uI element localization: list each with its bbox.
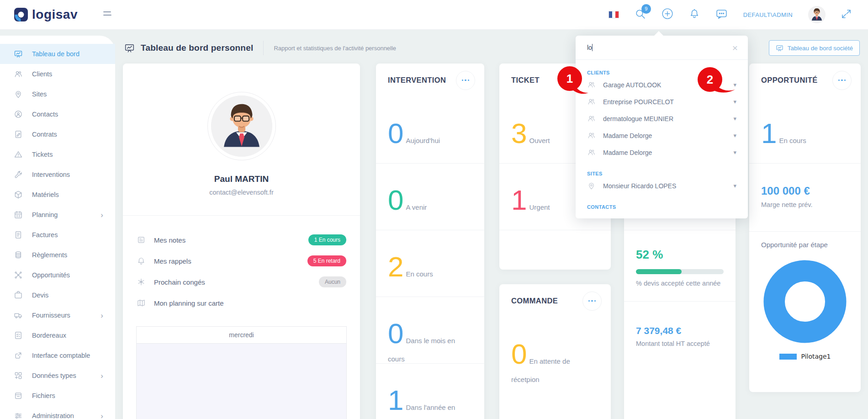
logo-mark-icon: [14, 7, 28, 22]
sidebar-item[interactable]: Fournisseurs ›: [0, 305, 115, 325]
sidebar-item[interactable]: Devis: [0, 285, 115, 305]
chevron-right-icon: ›: [101, 312, 103, 319]
menu-toggle-icon[interactable]: [101, 9, 113, 21]
messages-button[interactable]: [715, 8, 728, 21]
close-icon[interactable]: ×: [732, 43, 738, 53]
sidebar-item-label: Données types: [32, 372, 76, 379]
reglements-icon: [14, 250, 23, 260]
sidebar-item[interactable]: Sites: [0, 84, 115, 104]
search-badge: 9: [641, 4, 651, 14]
chevron-down-icon[interactable]: ▾: [733, 149, 736, 156]
sidebar-item[interactable]: Matériels: [0, 185, 115, 205]
page-title: Tableau de bord personnel: [141, 43, 253, 53]
donnees-types-icon: [14, 371, 23, 380]
stat-block: 0Dans le mois en cours: [376, 297, 484, 364]
language-flag-icon[interactable]: [609, 11, 619, 18]
sidebar-item[interactable]: Bordereaux: [0, 325, 115, 345]
notifications-button[interactable]: [689, 8, 700, 21]
chevron-down-icon[interactable]: ▾: [733, 98, 736, 105]
shortcut-label: Prochain congés: [154, 278, 205, 286]
stat-value: 2: [388, 251, 403, 282]
profile-shortcut-row[interactable]: Mon planning sur carte: [123, 292, 360, 313]
materiels-icon: [14, 190, 23, 199]
sidebar-item-label: Bordereaux: [32, 332, 66, 339]
bordereaux-icon: [14, 331, 23, 340]
search-input[interactable]: lo ×: [576, 36, 748, 60]
legend-label: Pilotage1: [801, 353, 831, 360]
clients-icon: [587, 97, 596, 106]
sidebar-item[interactable]: Factures: [0, 225, 115, 245]
user-avatar[interactable]: [808, 6, 826, 23]
opportunite-amount-block: 100 000 € Marge nette prév.: [749, 164, 861, 232]
sidebar-item-label: Fichiers: [32, 392, 55, 399]
status-badge: 1 En cours: [308, 234, 346, 245]
amount-value: 7 379,48 €: [636, 325, 724, 336]
search-button[interactable]: 9: [635, 8, 646, 21]
opportunite-card: OPPORTUNITÉ 1En cours 100 000 € Marge ne…: [749, 64, 861, 392]
result-label: Madame Delorge: [603, 149, 652, 156]
stat-label: En cours: [779, 137, 806, 144]
sidebar-item[interactable]: Administration ›: [0, 406, 115, 419]
mini-calendar[interactable]: mercredi: [136, 326, 347, 419]
sidebar-item-label: Tableau de bord: [32, 50, 79, 58]
calendar-day-body: [137, 344, 346, 419]
profile-shortcut-row[interactable]: Mes notes 1 En cours: [123, 229, 360, 250]
profile-name: Paul MARTIN: [123, 174, 360, 184]
stat-block: 2En cours: [376, 230, 484, 297]
administration-icon: [14, 411, 23, 419]
contrats-icon: [14, 130, 23, 139]
card-menu-button[interactable]: [456, 71, 475, 90]
card-menu-button[interactable]: [582, 292, 602, 311]
sidebar-item[interactable]: Règlements: [0, 245, 115, 265]
shortcut-label: Mes rappels: [154, 257, 191, 265]
search-result-client[interactable]: Madame Delorge ▾: [576, 127, 748, 144]
chevron-down-icon[interactable]: ▾: [733, 132, 736, 139]
amount-value: 100 000 €: [761, 185, 849, 197]
tickets-icon: [14, 150, 23, 159]
chart-title: Opportunité par étape: [761, 241, 849, 249]
commande-card: COMMANDE 0En attente de récetpion: [499, 284, 611, 419]
company-dashboard-button[interactable]: Tableau de bord société: [769, 40, 860, 56]
fullscreen-button[interactable]: [841, 9, 852, 21]
stat-value: 1: [511, 184, 527, 216]
search-result-site[interactable]: Monsieur Ricardo LOPES ▾: [576, 177, 748, 194]
search-dropdown: lo × CLIENTS Garage AUTOLOOK ▾ Entrepris…: [576, 36, 748, 218]
sidebar: Tableau de bord Clients Sites Contacts C…: [0, 36, 115, 419]
sidebar-item[interactable]: Interventions: [0, 164, 115, 185]
card-menu-button[interactable]: [832, 71, 852, 90]
app-logo[interactable]: logisav: [14, 7, 78, 22]
result-label: Madame Delorge: [603, 132, 652, 139]
sidebar-item[interactable]: Tableau de bord: [0, 44, 115, 64]
sidebar-item[interactable]: Contacts: [0, 104, 115, 124]
devis-icon: [14, 291, 23, 300]
current-user-label[interactable]: DEFAULT\ADMIN: [743, 11, 793, 18]
devis-amount-block: 7 379,48 € Montant total HT accepté: [624, 302, 736, 347]
sites-icon: [587, 181, 596, 190]
sidebar-item[interactable]: Tickets: [0, 144, 115, 164]
sidebar-item[interactable]: Opportunités: [0, 265, 115, 285]
search-result-client[interactable]: dermatologue MEUNIER ▾: [576, 110, 748, 127]
chat-icon: [715, 8, 728, 20]
add-button[interactable]: [662, 8, 673, 21]
search-result-client[interactable]: Madame Delorge ▾: [576, 144, 748, 161]
sidebar-item[interactable]: Interface comptable: [0, 345, 115, 366]
vacation-icon: [137, 277, 146, 286]
chevron-down-icon[interactable]: ▾: [733, 115, 736, 122]
stat-block: 0En attente de récetpion: [499, 318, 611, 384]
sidebar-item[interactable]: Fichiers: [0, 386, 115, 406]
chevron-right-icon: ›: [101, 372, 103, 380]
profile-shortcut-row[interactable]: Mes rappels 5 En retard: [123, 250, 360, 271]
stat-label: Urgent: [529, 203, 550, 211]
result-label: Monsieur Ricardo LOPES: [603, 182, 676, 190]
sidebar-item-label: Matériels: [32, 191, 59, 198]
sidebar-item[interactable]: Planning ›: [0, 205, 115, 225]
sidebar-item[interactable]: Données types ›: [0, 366, 115, 386]
profile-shortcut-row[interactable]: Prochain congés Aucun: [123, 271, 360, 292]
sidebar-item[interactable]: Contrats: [0, 124, 115, 144]
company-dashboard-label: Tableau de bord société: [788, 45, 853, 52]
sidebar-item[interactable]: Clients: [0, 64, 115, 84]
opportunite-stats: 1En cours: [749, 97, 861, 164]
chevron-right-icon: ›: [101, 211, 103, 219]
chevron-down-icon[interactable]: ▾: [733, 182, 736, 189]
sidebar-item-label: Contrats: [32, 131, 57, 138]
